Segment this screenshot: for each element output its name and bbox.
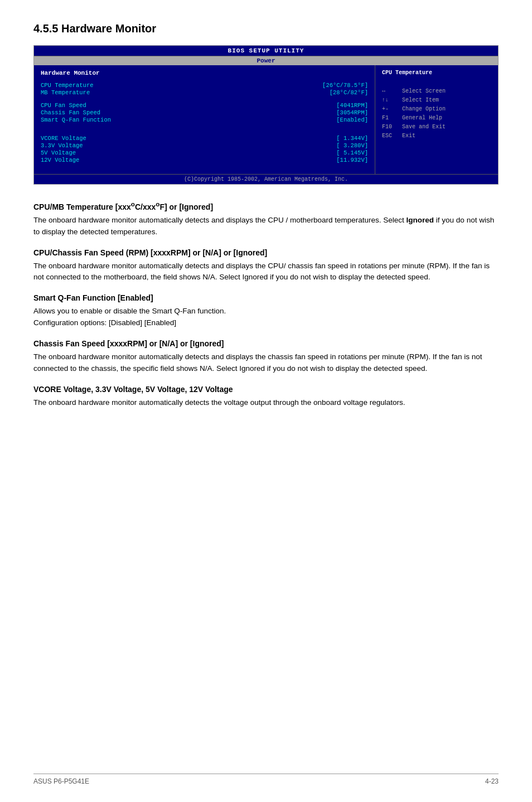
bios-row-cpu-temp: CPU Temperature [26°C/78.5°F] (41, 82, 368, 89)
help-key-f10: F10 (382, 123, 399, 132)
section-cpu-chassis-fan-body: The onboard hardware monitor automatical… (33, 260, 499, 284)
help-row-exit: ESC Exit (382, 132, 491, 141)
help-desc-exit: Exit (402, 132, 415, 141)
help-key-esc: ESC (382, 132, 399, 141)
help-row-save-exit: F10 Save and Exit (382, 123, 491, 132)
section-smart-q-fan-heading: Smart Q-Fan Function [Enabled] (33, 293, 499, 302)
section-chassis-fan-speed: Chassis Fan Speed [xxxxRPM] or [N/A] or … (33, 339, 499, 375)
smart-q-fan-label: Smart Q-Fan Function (41, 117, 111, 123)
help-desc-save-exit: Save and Exit (402, 123, 446, 132)
v12-value: [11.932V] (336, 157, 368, 163)
vcore-value: [ 1.344V] (336, 135, 368, 142)
bios-row-smart-q-fan: Smart Q-Fan Function [Enabled] (41, 117, 368, 123)
section-chassis-fan-speed-heading: Chassis Fan Speed [xxxxRPM] or [N/A] or … (33, 339, 499, 348)
section-smart-q-fan: Smart Q-Fan Function [Enabled] Allows yo… (33, 293, 499, 329)
help-row-change-option: +- Change Option (382, 105, 491, 114)
bios-row-chassis-fan: Chassis Fan Speed [3054RPM] (41, 109, 368, 116)
v12-label: 12V Voltage (41, 157, 79, 163)
cpu-fan-value: [4041RPM] (336, 102, 368, 109)
cpu-temp-value: [26°C/78.5°F] (322, 82, 368, 89)
cpu-temp-label: CPU Temperature (41, 82, 94, 89)
bios-right-title: CPU Temperature (382, 70, 491, 76)
bios-row-5v: 5V Voltage [ 5.145V] (41, 149, 368, 156)
section-cpu-mb-temp-body: The onboard hardware monitor automatical… (33, 215, 499, 238)
mb-temp-value: [28°C/82°F] (330, 89, 368, 96)
mb-temp-label: MB Temperature (41, 89, 90, 96)
section-cpu-mb-temp-heading: CPU/MB Temperature [xxxoC/xxxoF] or [Ign… (33, 200, 499, 211)
v33-value: [ 3.280V] (336, 142, 368, 149)
smart-q-fan-value: [Enabled] (336, 117, 368, 123)
vcore-label: VCORE Voltage (41, 135, 86, 142)
bios-section-title: Hardware Monitor (41, 70, 368, 76)
bios-screen: BIOS SETUP UTILITY Power Hardware Monito… (33, 45, 499, 185)
chassis-fan-label: Chassis Fan Speed (41, 109, 100, 116)
page-footer: ASUS P6-P5G41E 4-23 (33, 774, 499, 785)
help-key-f1: F1 (382, 114, 399, 123)
section-voltage: VCORE Voltage, 3.3V Voltage, 5V Voltage,… (33, 385, 499, 409)
bios-help-section: ↔ Select Screen ↑↓ Select Item +- Change… (382, 87, 491, 141)
help-desc-general-help: General Help (402, 114, 442, 123)
v33-label: 3.3V Voltage (41, 142, 83, 149)
bios-header: BIOS SETUP UTILITY (34, 46, 498, 56)
section-cpu-chassis-fan-heading: CPU/Chassis Fan Speed (RPM) [xxxxRPM] or… (33, 248, 499, 257)
help-key-ud: ↑↓ (382, 96, 399, 105)
help-key-arrows: ↔ (382, 87, 399, 96)
chassis-fan-value: [3054RPM] (336, 109, 368, 116)
bios-footer: (C)Copyright 1985-2002, American Megatre… (34, 174, 498, 184)
cpu-fan-label: CPU Fan Speed (41, 102, 86, 109)
v5-label: 5V Voltage (41, 149, 76, 156)
bios-row-12v: 12V Voltage [11.932V] (41, 157, 368, 163)
bios-left-panel: Hardware Monitor CPU Temperature [26°C/7… (34, 65, 375, 174)
help-row-select-screen: ↔ Select Screen (382, 87, 491, 96)
v5-value: [ 5.145V] (336, 149, 368, 156)
section-voltage-body: The onboard hardware monitor automatical… (33, 397, 499, 409)
section-voltage-heading: VCORE Voltage, 3.3V Voltage, 5V Voltage,… (33, 385, 499, 394)
help-desc-change-option: Change Option (402, 105, 446, 114)
section-cpu-chassis-fan: CPU/Chassis Fan Speed (RPM) [xxxxRPM] or… (33, 248, 499, 284)
help-row-select-item: ↑↓ Select Item (382, 96, 491, 105)
bios-right-panel: CPU Temperature ↔ Select Screen ↑↓ Selec… (375, 65, 498, 174)
help-desc-select-item: Select Item (402, 96, 439, 105)
help-key-pm: +- (382, 105, 399, 114)
bios-row-mb-temp: MB Temperature [28°C/82°F] (41, 89, 368, 96)
bios-nav-bar: Power (34, 56, 498, 65)
bios-row-cpu-fan: CPU Fan Speed [4041RPM] (41, 102, 368, 109)
bios-row-33v: 3.3V Voltage [ 3.280V] (41, 142, 368, 149)
page-title: 4.5.5 Hardware Monitor (33, 22, 499, 35)
section-smart-q-fan-body: Allows you to enable or disable the Smar… (33, 306, 499, 329)
help-desc-select-screen: Select Screen (402, 87, 446, 96)
help-row-general-help: F1 General Help (382, 114, 491, 123)
bios-row-vcore: VCORE Voltage [ 1.344V] (41, 135, 368, 142)
section-chassis-fan-speed-body: The onboard hardware monitor automatical… (33, 351, 499, 375)
footer-left: ASUS P6-P5G41E (33, 777, 89, 785)
section-cpu-mb-temp: CPU/MB Temperature [xxxoC/xxxoF] or [Ign… (33, 200, 499, 238)
footer-right: 4-23 (485, 777, 499, 785)
bios-body: Hardware Monitor CPU Temperature [26°C/7… (34, 65, 498, 174)
